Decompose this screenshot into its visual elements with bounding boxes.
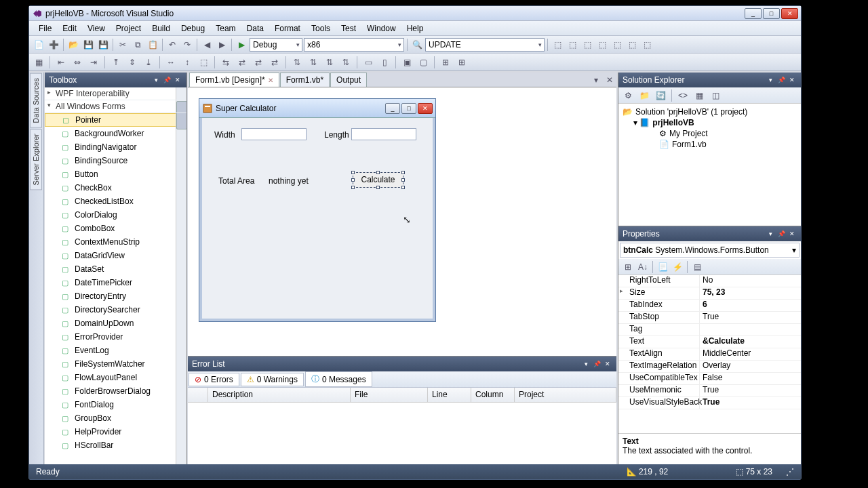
calculate-button[interactable]: Calculate	[353, 172, 403, 188]
new-project-icon[interactable]: 📄	[32, 38, 45, 52]
se-diagram-icon[interactable]: ◫	[709, 89, 722, 102]
menu-file[interactable]: File	[33, 22, 57, 35]
chevron-down-icon[interactable]: ▾	[792, 245, 796, 255]
config-combo[interactable]: Debug	[250, 38, 302, 52]
categorized-icon[interactable]: ⊞	[621, 260, 635, 274]
toolbox-item[interactable]: ▢DomainUpDown	[45, 317, 186, 330]
tool-icon-2[interactable]: ⬚	[566, 38, 579, 52]
align-mid-icon[interactable]: ⇕	[125, 56, 139, 69]
properties-grid[interactable]: RightToLeftNoSize▸75, 23TabIndex6TabStop…	[618, 275, 801, 433]
property-row[interactable]: RightToLeftNo	[618, 275, 801, 287]
toolbox-item[interactable]: ▢BindingSource	[45, 154, 186, 167]
toolbox-item[interactable]: ▢DirectorySearcher	[45, 303, 186, 317]
project-node[interactable]: ▾ 📘prjHelloVB	[623, 117, 797, 128]
se-properties-icon[interactable]: ⚙	[621, 89, 635, 102]
same-width-icon[interactable]: ↔	[164, 56, 178, 69]
align-left-icon[interactable]: ⇤	[54, 56, 68, 69]
toolbox-item[interactable]: ▢HelpProvider	[45, 425, 186, 439]
pin-icon[interactable]: 📌	[162, 75, 172, 85]
menu-team[interactable]: Team	[210, 22, 241, 35]
menu-project[interactable]: Project	[111, 22, 146, 35]
toolbox-item[interactable]: ▢FolderBrowserDialog	[45, 384, 186, 398]
se-pin-icon[interactable]: 📌	[776, 75, 786, 85]
pr-dropdown-icon[interactable]: ▾	[766, 229, 775, 239]
toolbox-item[interactable]: ▢Pointer	[45, 113, 186, 127]
toolbox-item[interactable]: ▢HScrollBar	[45, 439, 186, 452]
form-min-button[interactable]: _	[385, 103, 400, 114]
document-tab[interactable]: Form1.vb [Design]*✕	[189, 73, 279, 87]
undo-icon[interactable]: ↶	[165, 38, 179, 52]
property-row[interactable]: Text&Calculate	[618, 336, 801, 348]
align-grid-icon[interactable]: ▦	[32, 56, 45, 69]
align-bottom-icon[interactable]: ⤓	[142, 56, 155, 69]
el-col-project[interactable]: Project	[515, 388, 616, 402]
menu-format[interactable]: Format	[269, 22, 306, 35]
dropdown-icon[interactable]: ▾	[151, 75, 161, 85]
property-row[interactable]: Tag	[618, 324, 801, 336]
bring-front-icon[interactable]: ▣	[400, 56, 414, 69]
add-item-icon[interactable]: ➕	[47, 38, 60, 52]
open-icon[interactable]: 📂	[66, 38, 80, 52]
find-icon[interactable]: 🔍	[410, 38, 424, 52]
copy-icon[interactable]: ⧉	[131, 38, 144, 52]
form1-node[interactable]: 📄Form1.vb	[623, 139, 797, 150]
toolbox-item[interactable]: ▢Button	[45, 167, 186, 181]
se-dropdown-icon[interactable]: ▾	[766, 75, 775, 85]
vspace-dec-icon[interactable]: ⇅	[323, 56, 336, 69]
toolbox-item[interactable]: ▢FontDialog	[45, 398, 186, 411]
resize-grip-icon[interactable]: ⋰	[786, 467, 794, 476]
toolbox-item[interactable]: ▢EventLog	[45, 344, 186, 357]
menu-view[interactable]: View	[82, 22, 111, 35]
alphabetical-icon[interactable]: A↓	[636, 260, 650, 274]
vspace-rem-icon[interactable]: ⇅	[339, 56, 353, 69]
warnings-filter[interactable]: ⚠0 Warnings	[241, 373, 304, 386]
nav-fwd-icon[interactable]: ▶	[215, 38, 229, 52]
server-explorer-tab[interactable]: Server Explorer	[30, 129, 42, 190]
send-back-icon[interactable]: ▢	[416, 56, 430, 69]
total-area-label[interactable]: Total Area	[218, 176, 254, 186]
toolbox-item[interactable]: ▢FileSystemWatcher	[45, 357, 186, 371]
se-showall-icon[interactable]: 📁	[637, 89, 651, 102]
solution-tree[interactable]: 📂Solution 'prjHelloVB' (1 project) ▾ 📘pr…	[618, 104, 801, 226]
center-h-icon[interactable]: ▭	[361, 56, 375, 69]
el-col-line[interactable]: Line	[428, 388, 471, 402]
property-row[interactable]: TextAlignMiddleCenter	[618, 348, 801, 361]
toolbox-item[interactable]: ▢ContextMenuStrip	[45, 235, 186, 249]
vspace-inc-icon[interactable]: ⇅	[307, 56, 320, 69]
se-designer-icon[interactable]: ▦	[692, 89, 706, 102]
same-height-icon[interactable]: ↕	[180, 56, 194, 69]
toolbox-scrollbar[interactable]	[176, 87, 186, 464]
cut-icon[interactable]: ✂	[116, 38, 130, 52]
designed-form[interactable]: Super Calculator _ □ ✕ Width Length Tota…	[199, 98, 436, 322]
toolbox-item[interactable]: ▢FlowLayoutPanel	[45, 371, 186, 384]
align-center-icon[interactable]: ⇔	[71, 56, 84, 69]
se-code-icon[interactable]: <>	[676, 89, 690, 102]
document-tab[interactable]: Form1.vb*	[280, 73, 330, 87]
property-row[interactable]: TabIndex6	[618, 300, 801, 312]
toolbox-item[interactable]: ▢ComboBox	[45, 222, 186, 235]
property-row[interactable]: TextImageRelationOverlay	[618, 361, 801, 373]
properties-selector[interactable]: btnCalc System.Windows.Forms.Button ▾	[620, 243, 800, 258]
el-col-icon[interactable]	[188, 388, 208, 402]
form-max-button[interactable]: □	[401, 103, 416, 114]
property-row[interactable]: UseVisualStyleBackTrue	[618, 397, 801, 409]
messages-filter[interactable]: ⓘ0 Messages	[305, 371, 372, 387]
toolbox-item[interactable]: ▢BindingNavigator	[45, 140, 186, 154]
tab-order-icon[interactable]: ⊞	[439, 56, 452, 69]
toolbox-item[interactable]: ▢ErrorProvider	[45, 330, 186, 344]
menu-data[interactable]: Data	[241, 22, 269, 35]
align-top-icon[interactable]: ⤒	[109, 56, 123, 69]
toolbox-item[interactable]: ▢DirectoryEntry	[45, 289, 186, 303]
toolbox-item[interactable]: ▢ColorDialog	[45, 208, 186, 222]
menu-tools[interactable]: Tools	[306, 22, 336, 35]
same-size-icon[interactable]: ⬚	[197, 56, 210, 69]
toolbox-item[interactable]: ▢BackgroundWorker	[45, 127, 186, 140]
toolbox-group[interactable]: WPF Interoperability	[45, 87, 186, 100]
toolbox-item[interactable]: ▢GroupBox	[45, 411, 186, 425]
width-textbox[interactable]	[241, 128, 307, 140]
hspace-dec-icon[interactable]: ⇄	[252, 56, 265, 69]
el-close-icon[interactable]: ✕	[603, 359, 612, 369]
length-textbox[interactable]	[351, 128, 416, 140]
save-all-icon[interactable]: 💾	[96, 38, 110, 52]
tabs-dropdown-icon[interactable]: ▾	[589, 73, 603, 87]
